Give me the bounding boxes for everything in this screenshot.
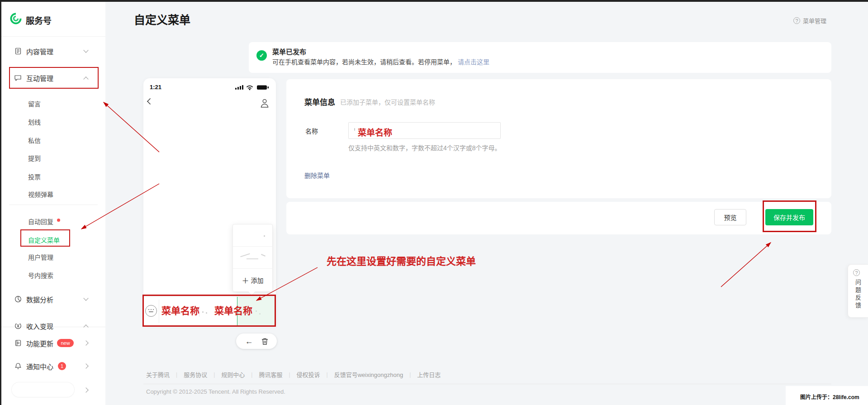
action-bar: 预览 保存并发布 bbox=[286, 202, 831, 234]
undo-back-icon[interactable]: ← bbox=[245, 337, 253, 345]
menu-edit-toolbar: ← bbox=[236, 334, 277, 349]
censored-marks bbox=[261, 254, 266, 257]
keyboard-toggle-icon[interactable] bbox=[145, 305, 157, 317]
footer-link[interactable]: 规则中心 bbox=[221, 370, 245, 379]
battery-icon bbox=[257, 86, 269, 90]
censor-band bbox=[0, 314, 105, 324]
sidebar-item-content-mgmt[interactable]: 内容管理 bbox=[0, 45, 105, 57]
sidebar-item-label: 视频弹幕 bbox=[28, 190, 53, 199]
sidebar-item-label: 投票 bbox=[28, 172, 41, 181]
success-check-icon: ✓ bbox=[256, 50, 267, 61]
divider bbox=[143, 384, 831, 384]
sidebar-item-video-danmu[interactable]: 视频弹幕 bbox=[0, 188, 105, 200]
notification-count-badge: 1 bbox=[58, 362, 66, 370]
sidebar-item-label: 号内搜索 bbox=[28, 271, 53, 280]
sidebar: 服务号 内容管理 互动管理 留言 划线 私信 bbox=[0, 0, 105, 405]
app-window: 服务号 内容管理 互动管理 留言 划线 私信 bbox=[0, 0, 868, 405]
menu-management-help-link[interactable]: ? 菜单管理 bbox=[793, 16, 826, 25]
document-icon bbox=[14, 48, 22, 55]
sidebar-item-interaction-mgmt[interactable]: 互动管理 bbox=[0, 71, 105, 84]
footer-link[interactable]: 关于腾讯 bbox=[146, 370, 170, 379]
sidebar-item-user-mgmt[interactable]: 用户管理 bbox=[0, 251, 105, 263]
censored-marks bbox=[264, 235, 265, 237]
sidebar-item-mentions[interactable]: 提到 bbox=[0, 152, 105, 164]
status-icons bbox=[235, 84, 270, 93]
censored-marks bbox=[256, 310, 257, 312]
sidebar-item-data-analysis[interactable]: 数据分析 bbox=[0, 293, 105, 305]
divider: | bbox=[251, 372, 252, 378]
phone-time: 1:21 bbox=[150, 84, 161, 91]
divider: | bbox=[213, 372, 215, 378]
sidebar-item-custom-menu[interactable]: 自定义菜单 bbox=[0, 233, 105, 246]
banner-title: 菜单已发布 bbox=[272, 47, 306, 56]
section-note: 已添加子菜单，仅可设置菜单名称 bbox=[340, 97, 435, 106]
submenu-item-censored[interactable] bbox=[233, 247, 272, 269]
sidebar-item-notification-center[interactable]: 通知中心 1 bbox=[0, 360, 105, 372]
sidebar-item-account[interactable] bbox=[0, 384, 105, 396]
censored-marks bbox=[259, 313, 261, 314]
feedback-tab[interactable]: ? 问题反馈 bbox=[848, 264, 868, 318]
footer-link[interactable]: 腾讯客服 bbox=[259, 370, 282, 379]
menu-info-card: 菜单信息 已添加子菜单，仅可设置菜单名称 名称 菜单名称 仅支持中英文和数字，字… bbox=[286, 79, 831, 198]
name-hint: 仅支持中英文和数字，字数不超过4个汉字或8个字母。 bbox=[348, 143, 501, 152]
submenu-item-blank[interactable] bbox=[233, 224, 272, 247]
chat-bubble-icon bbox=[14, 74, 22, 82]
profile-person-icon[interactable] bbox=[260, 98, 269, 110]
footer-link[interactable]: 上传日志 bbox=[417, 370, 441, 379]
sidebar-item-private-msg[interactable]: 私信 bbox=[0, 134, 105, 147]
preview-button[interactable]: 预览 bbox=[714, 209, 746, 225]
publish-status-banner: ✓ 菜单已发布 可在手机查看菜单内容，若尚未生效，请稍后查看。若停用菜单， 请点… bbox=[249, 42, 831, 73]
sidebar-item-comments[interactable]: 留言 bbox=[0, 97, 105, 110]
footer-links: 关于腾讯| 服务协议| 规则中心| 腾讯客服| 侵权投诉| 反馈官号weixin… bbox=[146, 370, 441, 379]
chevron-up-icon bbox=[83, 76, 88, 81]
question-icon: ? bbox=[853, 269, 860, 276]
footer-link[interactable]: 侵权投诉 bbox=[297, 370, 320, 379]
delete-menu-link[interactable]: 删除菜单 bbox=[304, 171, 330, 180]
section-title: 菜单信息 bbox=[304, 96, 335, 107]
new-badge: new bbox=[57, 339, 74, 347]
divider: | bbox=[289, 372, 290, 378]
help-link-label: 菜单管理 bbox=[803, 16, 826, 25]
sidebar-item-label: 功能更新 bbox=[26, 338, 53, 348]
add-submenu-button[interactable]: ＋ 添加 bbox=[233, 269, 272, 291]
sidebar-item-underline[interactable]: 划线 bbox=[0, 115, 105, 128]
sidebar-item-label: 私信 bbox=[28, 136, 41, 145]
copyright-text: Copyright © 2012-2025 Tencent. All Right… bbox=[146, 388, 285, 395]
trash-icon[interactable] bbox=[261, 338, 268, 345]
censored-marks bbox=[354, 128, 355, 131]
chevron-up-icon bbox=[83, 324, 88, 329]
censored-account-blob bbox=[11, 382, 75, 397]
save-publish-button[interactable]: 保存并发布 bbox=[765, 209, 813, 225]
pie-chart-icon bbox=[14, 295, 22, 303]
back-chevron-icon[interactable] bbox=[147, 98, 153, 105]
signal-bars-icon bbox=[235, 85, 243, 90]
name-field-label: 名称 bbox=[305, 126, 318, 135]
sidebar-item-label: 划线 bbox=[28, 117, 41, 126]
footer-link[interactable]: 反馈官号weixingongzhong bbox=[334, 370, 403, 379]
sidebar-item-account-search[interactable]: 号内搜索 bbox=[0, 269, 105, 281]
chevron-right-icon bbox=[83, 340, 88, 345]
censored-marks bbox=[247, 258, 258, 259]
app-title: 服务号 bbox=[26, 14, 52, 26]
footer-link[interactable]: 服务协议 bbox=[184, 370, 207, 379]
sidebar-item-auto-reply[interactable]: 自动回复 bbox=[0, 215, 105, 228]
question-icon: ? bbox=[793, 17, 800, 24]
sidebar-item-feature-updates[interactable]: 功能更新 new bbox=[0, 337, 105, 349]
sidebar-item-label: 互动管理 bbox=[26, 73, 53, 83]
sidebar-item-label: 自定义菜单 bbox=[28, 235, 60, 244]
wechat-logo-icon bbox=[9, 12, 23, 25]
divider: | bbox=[409, 372, 411, 378]
censored-marks bbox=[240, 253, 250, 257]
red-dot-badge bbox=[57, 219, 60, 222]
arrow-to-save-button bbox=[721, 243, 771, 287]
chevron-down-icon bbox=[83, 48, 88, 52]
menu-name-input[interactable]: 菜单名称 bbox=[348, 122, 501, 139]
sidebar-item-votes[interactable]: 投票 bbox=[0, 170, 105, 183]
divider bbox=[0, 36, 105, 37]
banner-desc: 可在手机查看菜单内容，若尚未生效，请稍后查看。若停用菜单， 请点击这里 bbox=[272, 57, 489, 66]
menu-name-annotation-2: 菜单名称 bbox=[214, 303, 252, 317]
censored-marks bbox=[206, 312, 207, 314]
sidebar-item-label: 提到 bbox=[28, 153, 41, 162]
banner-disable-link[interactable]: 请点击这里 bbox=[458, 58, 489, 66]
page-title: 自定义菜单 bbox=[134, 11, 190, 27]
